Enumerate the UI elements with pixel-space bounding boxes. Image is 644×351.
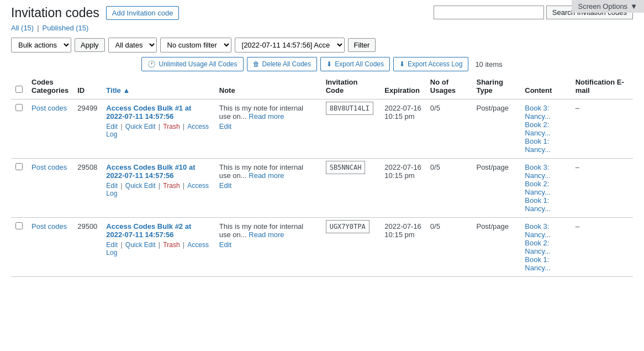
row-content: Book 3: Nancy...Book 2: Nancy...Book 1: … <box>520 159 571 218</box>
content-link[interactable]: Book 3: Nancy... <box>525 222 566 239</box>
content-link[interactable]: Book 3: Nancy... <box>525 163 566 180</box>
row-title-link[interactable]: Access Codes Bulk #10 at 2022-07-11 14:5… <box>106 163 195 180</box>
col-header-usages: No of Usages <box>426 74 472 99</box>
row-note: This is my note for internal use on... R… <box>215 99 321 159</box>
trash-icon: 🗑 <box>253 60 260 68</box>
action-edit-link[interactable]: Edit <box>106 182 118 190</box>
screen-options-button[interactable]: Screen Options ▼ <box>572 0 644 13</box>
row-content: Book 3: Nancy...Book 2: Nancy...Book 1: … <box>520 99 571 159</box>
action-quick-edit-link[interactable]: Quick Edit <box>125 182 156 190</box>
screen-options-label: Screen Options <box>578 2 628 11</box>
note-edit-link[interactable]: Edit <box>219 240 317 249</box>
content-link[interactable]: Book 1: Nancy... <box>525 255 566 272</box>
content-link[interactable]: Book 2: Nancy... <box>525 121 566 137</box>
read-more-link[interactable]: Read more <box>249 230 284 239</box>
export-all-codes-button[interactable]: ⬇ Export All Codes <box>320 57 390 71</box>
action-trash-link[interactable]: Trash <box>163 123 180 130</box>
content-link[interactable]: Book 2: Nancy... <box>525 239 566 255</box>
col-header-title[interactable]: Title ▲ <box>102 74 214 99</box>
row-actions: Edit | Quick Edit | Trash | Access Log <box>106 241 210 256</box>
row-notification: – <box>571 218 633 277</box>
table-row: Post codes29500Access Codes Bulk #2 at 2… <box>11 218 633 277</box>
add-invitation-code-button[interactable]: Add Invitation code <box>106 6 180 20</box>
row-expiration: 2022-07-1610:15 pm <box>380 99 426 159</box>
row-code: SB5NNCAH <box>321 159 381 218</box>
delete-all-codes-button[interactable]: 🗑 Delete All Codes <box>247 57 318 71</box>
invitation-codes-table: Codes Categories ID Title ▲ Note Invitat… <box>11 74 633 277</box>
read-more-link[interactable]: Read more <box>249 171 284 180</box>
row-checkbox[interactable] <box>15 222 23 229</box>
apply-button[interactable]: Apply <box>75 38 105 52</box>
row-code: UGX7Y0TPA <box>321 218 381 277</box>
category-link[interactable]: Post codes <box>31 163 67 171</box>
row-title-link[interactable]: Access Codes Bulk #2 at 2022-07-11 14:57… <box>106 222 191 239</box>
row-id: 29500 <box>73 218 102 277</box>
col-header-content: Content <box>520 74 571 99</box>
col-header-note: Note <box>215 74 321 99</box>
action-quick-edit-link[interactable]: Quick Edit <box>125 123 156 130</box>
toolbar: Bulk actions Apply All dates No custom f… <box>11 38 633 53</box>
clock-icon: 🕐 <box>147 60 156 68</box>
row-title-link[interactable]: Access Codes Bulk #1 at 2022-07-11 14:57… <box>106 104 191 121</box>
page-title: Invitation codes <box>11 6 99 20</box>
content-link[interactable]: Book 2: Nancy... <box>525 180 566 196</box>
custom-filter-select[interactable]: No custom filter <box>160 38 231 53</box>
content-link[interactable]: Book 3: Nancy... <box>525 104 566 121</box>
row-expiration: 2022-07-1610:15 pm <box>380 159 426 218</box>
content-link[interactable]: Book 1: Nancy... <box>525 196 566 213</box>
screen-options-arrow: ▼ <box>630 2 637 11</box>
action-bar: 🕐 Unlimited Usage All Codes 🗑 Delete All… <box>11 57 633 71</box>
col-header-code: Invitation Code <box>321 74 381 99</box>
row-note: This is my note for internal use on... R… <box>215 218 321 277</box>
col-header-notification: Notification E-mail <box>571 74 633 99</box>
filter-button[interactable]: Filter <box>348 38 376 52</box>
table-row: Post codes29508Access Codes Bulk #10 at … <box>11 159 633 218</box>
filter-all-link[interactable]: All (15) <box>11 24 34 32</box>
filter-published-link[interactable]: Published (15) <box>43 24 89 32</box>
item-count: 10 items <box>475 60 502 69</box>
filter-links: All (15) | Published (15) <box>11 24 633 32</box>
row-code: 8BV8UT14LI <box>321 99 381 159</box>
category-link[interactable]: Post codes <box>31 104 67 112</box>
select-all-checkbox[interactable] <box>15 86 23 93</box>
col-header-id: ID <box>73 74 102 99</box>
search-input[interactable] <box>434 6 544 19</box>
row-content: Book 3: Nancy...Book 2: Nancy...Book 1: … <box>520 218 571 277</box>
row-notification: – <box>571 159 633 218</box>
log-icon: ⬇ <box>399 60 405 68</box>
row-note: This is my note for internal use on... R… <box>215 159 321 218</box>
row-notification: – <box>571 99 633 159</box>
action-edit-link[interactable]: Edit <box>106 123 118 130</box>
action-quick-edit-link[interactable]: Quick Edit <box>125 241 156 249</box>
col-header-category: Codes Categories <box>27 74 73 99</box>
action-edit-link[interactable]: Edit <box>106 241 118 249</box>
unlimited-usage-button[interactable]: 🕐 Unlimited Usage All Codes <box>141 57 243 71</box>
row-usages: 0/5 <box>426 218 472 277</box>
col-header-expiration: Expiration <box>380 74 426 99</box>
row-usages: 0/5 <box>426 159 472 218</box>
row-id: 29508 <box>73 159 102 218</box>
dates-filter-select[interactable]: All dates <box>108 38 157 53</box>
row-sharing: Post/page <box>472 159 520 218</box>
col-header-sharing: Sharing Type <box>472 74 520 99</box>
action-trash-link[interactable]: Trash <box>163 241 180 249</box>
read-more-link[interactable]: Read more <box>249 112 284 121</box>
table-header-row: Codes Categories ID Title ▲ Note Invitat… <box>11 74 633 99</box>
export-access-log-button[interactable]: ⬇ Export Access Log <box>393 57 468 71</box>
row-checkbox[interactable] <box>15 104 23 111</box>
table-row: Post codes29499Access Codes Bulk #1 at 2… <box>11 99 633 159</box>
action-trash-link[interactable]: Trash <box>163 182 180 190</box>
row-sharing: Post/page <box>472 99 520 159</box>
code-filter-select[interactable]: [2022-07-11 14:57:56] Acce <box>235 38 345 53</box>
row-actions: Edit | Quick Edit | Trash | Access Log <box>106 123 210 138</box>
note-edit-link[interactable]: Edit <box>219 181 317 190</box>
row-checkbox[interactable] <box>15 163 23 170</box>
row-expiration: 2022-07-1610:15 pm <box>380 218 426 277</box>
row-usages: 0/5 <box>426 99 472 159</box>
content-link[interactable]: Book 1: Nancy... <box>525 137 566 154</box>
row-id: 29499 <box>73 99 102 159</box>
row-actions: Edit | Quick Edit | Trash | Access Log <box>106 182 210 197</box>
note-edit-link[interactable]: Edit <box>219 122 317 130</box>
bulk-actions-select[interactable]: Bulk actions <box>11 38 71 53</box>
category-link[interactable]: Post codes <box>31 222 67 230</box>
